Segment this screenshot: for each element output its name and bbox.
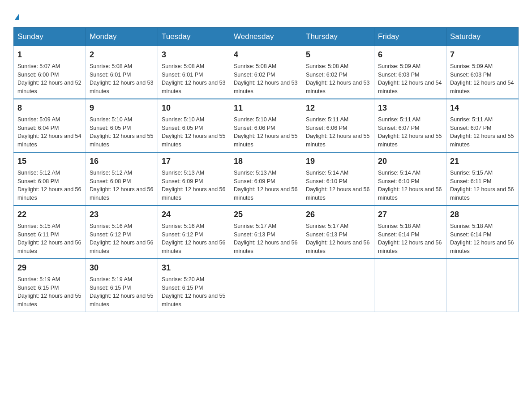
day-number: 18 [234, 155, 298, 167]
day-number: 16 [90, 155, 154, 167]
calendar-body: 1Sunrise: 5:07 AMSunset: 6:00 PMDaylight… [14, 46, 519, 312]
calendar-cell: 18Sunrise: 5:13 AMSunset: 6:09 PMDayligh… [230, 152, 302, 206]
calendar-cell: 10Sunrise: 5:10 AMSunset: 6:05 PMDayligh… [158, 99, 230, 152]
day-number: 17 [162, 155, 226, 167]
day-number: 21 [450, 155, 515, 167]
calendar-week-4: 22Sunrise: 5:15 AMSunset: 6:11 PMDayligh… [14, 206, 519, 259]
day-number: 6 [378, 49, 442, 61]
day-number: 22 [17, 209, 82, 221]
day-number: 15 [17, 155, 82, 167]
calendar-cell: 20Sunrise: 5:14 AMSunset: 6:10 PMDayligh… [374, 152, 446, 206]
day-header-tuesday: Tuesday [158, 27, 230, 46]
day-number: 7 [450, 49, 515, 61]
page-header [13, 9, 519, 23]
day-number: 4 [234, 49, 298, 61]
day-number: 5 [306, 49, 370, 61]
calendar-week-3: 15Sunrise: 5:12 AMSunset: 6:08 PMDayligh… [14, 152, 519, 206]
day-number: 25 [234, 209, 298, 221]
day-header-wednesday: Wednesday [230, 27, 302, 46]
day-number: 1 [17, 49, 82, 61]
calendar-cell: 8Sunrise: 5:09 AMSunset: 6:04 PMDaylight… [14, 99, 86, 152]
calendar-cell: 17Sunrise: 5:13 AMSunset: 6:09 PMDayligh… [158, 152, 230, 206]
calendar-cell: 6Sunrise: 5:09 AMSunset: 6:03 PMDaylight… [374, 46, 446, 99]
calendar-cell: 21Sunrise: 5:15 AMSunset: 6:11 PMDayligh… [446, 152, 519, 206]
calendar-cell: 13Sunrise: 5:11 AMSunset: 6:07 PMDayligh… [374, 99, 446, 152]
calendar-cell [446, 259, 519, 312]
calendar-week-1: 1Sunrise: 5:07 AMSunset: 6:00 PMDaylight… [14, 46, 519, 99]
calendar-cell: 14Sunrise: 5:11 AMSunset: 6:07 PMDayligh… [446, 99, 519, 152]
day-number: 24 [162, 209, 226, 221]
calendar-cell [374, 259, 446, 312]
calendar-cell: 12Sunrise: 5:11 AMSunset: 6:06 PMDayligh… [302, 99, 374, 152]
day-number: 28 [450, 209, 515, 221]
day-header-saturday: Saturday [446, 27, 519, 46]
calendar-cell: 30Sunrise: 5:19 AMSunset: 6:15 PMDayligh… [86, 259, 158, 312]
day-number: 29 [17, 262, 82, 274]
calendar-table: SundayMondayTuesdayWednesdayThursdayFrid… [13, 27, 519, 312]
calendar-cell: 15Sunrise: 5:12 AMSunset: 6:08 PMDayligh… [14, 152, 86, 206]
day-number: 9 [90, 102, 154, 114]
calendar-cell: 28Sunrise: 5:18 AMSunset: 6:14 PMDayligh… [446, 206, 519, 259]
calendar-cell: 19Sunrise: 5:14 AMSunset: 6:10 PMDayligh… [302, 152, 374, 206]
day-header-monday: Monday [86, 27, 158, 46]
calendar-week-2: 8Sunrise: 5:09 AMSunset: 6:04 PMDaylight… [14, 99, 519, 152]
calendar-cell: 3Sunrise: 5:08 AMSunset: 6:01 PMDaylight… [158, 46, 230, 99]
day-header-thursday: Thursday [302, 27, 374, 46]
day-number: 14 [450, 102, 515, 114]
day-number: 2 [90, 49, 154, 61]
calendar-cell [230, 259, 302, 312]
day-number: 11 [234, 102, 298, 114]
day-number: 13 [378, 102, 442, 114]
logo [13, 9, 19, 23]
day-number: 10 [162, 102, 226, 114]
calendar-cell [302, 259, 374, 312]
calendar-cell: 11Sunrise: 5:10 AMSunset: 6:06 PMDayligh… [230, 99, 302, 152]
day-number: 8 [17, 102, 82, 114]
calendar-header-row: SundayMondayTuesdayWednesdayThursdayFrid… [14, 27, 519, 46]
calendar-cell: 29Sunrise: 5:19 AMSunset: 6:15 PMDayligh… [14, 259, 86, 312]
day-header-friday: Friday [374, 27, 446, 46]
calendar-cell: 23Sunrise: 5:16 AMSunset: 6:12 PMDayligh… [86, 206, 158, 259]
day-number: 30 [90, 262, 154, 274]
calendar-cell: 7Sunrise: 5:09 AMSunset: 6:03 PMDaylight… [446, 46, 519, 99]
calendar-cell: 24Sunrise: 5:16 AMSunset: 6:12 PMDayligh… [158, 206, 230, 259]
day-number: 23 [90, 209, 154, 221]
calendar-cell: 22Sunrise: 5:15 AMSunset: 6:11 PMDayligh… [14, 206, 86, 259]
day-number: 20 [378, 155, 442, 167]
calendar-cell: 25Sunrise: 5:17 AMSunset: 6:13 PMDayligh… [230, 206, 302, 259]
logo-triangle-icon [15, 13, 19, 20]
calendar-cell: 9Sunrise: 5:10 AMSunset: 6:05 PMDaylight… [86, 99, 158, 152]
calendar-cell: 27Sunrise: 5:18 AMSunset: 6:14 PMDayligh… [374, 206, 446, 259]
calendar-cell: 5Sunrise: 5:08 AMSunset: 6:02 PMDaylight… [302, 46, 374, 99]
calendar-cell: 16Sunrise: 5:12 AMSunset: 6:08 PMDayligh… [86, 152, 158, 206]
day-number: 12 [306, 102, 370, 114]
calendar-cell: 2Sunrise: 5:08 AMSunset: 6:01 PMDaylight… [86, 46, 158, 99]
calendar-cell: 4Sunrise: 5:08 AMSunset: 6:02 PMDaylight… [230, 46, 302, 99]
day-number: 27 [378, 209, 442, 221]
day-number: 31 [162, 262, 226, 274]
calendar-cell: 31Sunrise: 5:20 AMSunset: 6:15 PMDayligh… [158, 259, 230, 312]
calendar-week-5: 29Sunrise: 5:19 AMSunset: 6:15 PMDayligh… [14, 259, 519, 312]
day-number: 3 [162, 49, 226, 61]
calendar-cell: 1Sunrise: 5:07 AMSunset: 6:00 PMDaylight… [14, 46, 86, 99]
day-header-sunday: Sunday [14, 27, 86, 46]
calendar-cell: 26Sunrise: 5:17 AMSunset: 6:13 PMDayligh… [302, 206, 374, 259]
day-number: 26 [306, 209, 370, 221]
day-number: 19 [306, 155, 370, 167]
